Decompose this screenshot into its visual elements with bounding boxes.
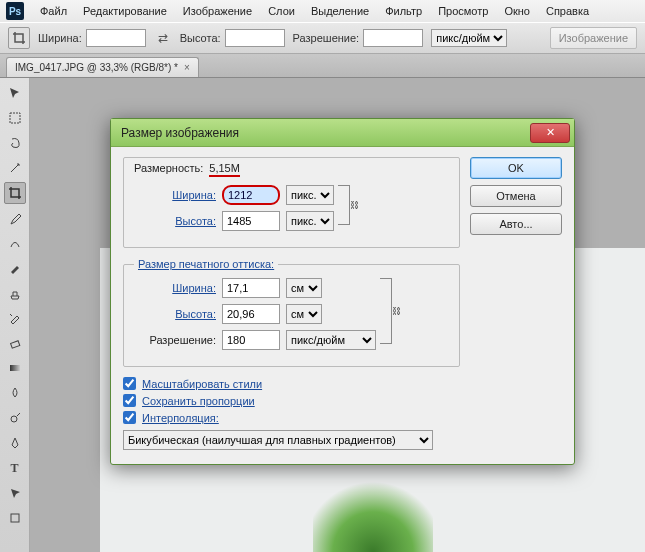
menu-select[interactable]: Выделение (303, 5, 377, 17)
path-selection-tool-icon[interactable] (4, 482, 26, 504)
constrain-link-icon[interactable]: ⛓ (350, 200, 359, 210)
lasso-tool-icon[interactable] (4, 132, 26, 154)
menu-bar: Ps Файл Редактирование Изображение Слои … (0, 0, 645, 22)
print-height-unit-select[interactable]: см (286, 304, 322, 324)
move-tool-icon[interactable] (4, 82, 26, 104)
menu-filter[interactable]: Фильтр (377, 5, 430, 17)
clone-stamp-tool-icon[interactable] (4, 282, 26, 304)
pixel-height-unit-select[interactable]: пикс. (286, 211, 334, 231)
opt-image-button[interactable]: Изображение (550, 27, 637, 49)
document-tab-label: IMG_0417.JPG @ 33,3% (RGB/8*) * (15, 62, 178, 73)
crop-tool-preset-icon[interactable] (8, 27, 30, 49)
print-width-input[interactable] (222, 278, 280, 298)
cancel-button[interactable]: Отмена (470, 185, 562, 207)
document-tab[interactable]: IMG_0417.JPG @ 33,3% (RGB/8*) * × (6, 57, 199, 77)
opt-width-label: Ширина: (38, 29, 146, 47)
constrain-link-icon[interactable]: ⛓ (392, 306, 401, 316)
opt-resolution-input[interactable] (363, 29, 423, 47)
print-size-legend: Размер печатного оттиска: (134, 258, 278, 270)
healing-brush-tool-icon[interactable] (4, 232, 26, 254)
resample-label: Интерполяция: (142, 412, 219, 424)
options-bar: Ширина: ⇄ Высота: Разрешение: пикс/дюйм … (0, 22, 645, 54)
resolution-unit-select[interactable]: пикс/дюйм (286, 330, 376, 350)
dodge-tool-icon[interactable] (4, 407, 26, 429)
print-width-label: Ширина: (134, 282, 216, 294)
print-height-input[interactable] (222, 304, 280, 324)
svg-rect-0 (10, 113, 20, 123)
menu-help[interactable]: Справка (538, 5, 597, 17)
marquee-tool-icon[interactable] (4, 107, 26, 129)
svg-point-3 (11, 416, 17, 422)
pixel-width-unit-select[interactable]: пикс. (286, 185, 334, 205)
rectangle-tool-icon[interactable] (4, 507, 26, 529)
ok-button[interactable]: OK (470, 157, 562, 179)
eraser-tool-icon[interactable] (4, 332, 26, 354)
pixel-width-label: Ширина: (134, 189, 216, 201)
crop-tool-icon[interactable] (4, 182, 26, 204)
close-tab-icon[interactable]: × (184, 62, 190, 73)
pixel-dimensions-fieldset: Размерность: 5,15M Ширина: пикс. Высота: (123, 157, 460, 248)
opt-width-input[interactable] (86, 29, 146, 47)
eyedropper-tool-icon[interactable] (4, 207, 26, 229)
photo-content (313, 472, 433, 552)
history-brush-tool-icon[interactable] (4, 307, 26, 329)
app-icon: Ps (6, 2, 24, 20)
pixel-dimensions-size: 5,15M (209, 162, 240, 177)
opt-resolution-unit-select[interactable]: пикс/дюйм (431, 29, 507, 47)
print-size-fieldset: Размер печатного оттиска: Ширина: см Выс… (123, 258, 460, 367)
type-tool-icon[interactable]: T (4, 457, 26, 479)
pixel-height-input[interactable] (222, 211, 280, 231)
blur-tool-icon[interactable] (4, 382, 26, 404)
opt-resolution-label: Разрешение: (293, 29, 424, 47)
pixel-dimensions-label: Размерность: (134, 162, 203, 177)
toolbox: T (0, 78, 30, 552)
dialog-close-button[interactable]: ✕ (530, 123, 570, 143)
menu-file[interactable]: Файл (32, 5, 75, 17)
constrain-proportions-label: Сохранить пропорции (142, 395, 255, 407)
gradient-tool-icon[interactable] (4, 357, 26, 379)
svg-rect-1 (10, 341, 19, 348)
interpolation-method-select[interactable]: Бикубическая (наилучшая для плавных град… (123, 430, 433, 450)
auto-button[interactable]: Авто... (470, 213, 562, 235)
dialog-title: Размер изображения (121, 126, 530, 140)
document-tab-bar: IMG_0417.JPG @ 33,3% (RGB/8*) * × (0, 54, 645, 78)
menu-edit[interactable]: Редактирование (75, 5, 175, 17)
menu-layers[interactable]: Слои (260, 5, 303, 17)
svg-rect-2 (10, 365, 20, 371)
menu-image[interactable]: Изображение (175, 5, 260, 17)
link-bracket: ⛓ (380, 278, 392, 344)
dialog-titlebar[interactable]: Размер изображения ✕ (111, 119, 574, 147)
scale-styles-checkbox[interactable] (123, 377, 136, 390)
link-bracket: ⛓ (338, 185, 350, 225)
svg-rect-4 (11, 514, 19, 522)
resample-checkbox[interactable] (123, 411, 136, 424)
menu-window[interactable]: Окно (496, 5, 538, 17)
menu-view[interactable]: Просмотр (430, 5, 496, 17)
opt-height-label: Высота: (180, 29, 285, 47)
print-height-label: Высота: (134, 308, 216, 320)
image-size-dialog: Размер изображения ✕ Размерность: 5,15M … (110, 118, 575, 465)
brush-tool-icon[interactable] (4, 257, 26, 279)
constrain-proportions-checkbox[interactable] (123, 394, 136, 407)
print-width-unit-select[interactable]: см (286, 278, 322, 298)
opt-height-input[interactable] (225, 29, 285, 47)
swap-dimensions-icon[interactable]: ⇄ (154, 31, 172, 45)
resolution-label: Разрешение: (134, 334, 216, 346)
pixel-width-input[interactable] (222, 185, 280, 205)
resolution-input[interactable] (222, 330, 280, 350)
scale-styles-label: Масштабировать стили (142, 378, 262, 390)
magic-wand-tool-icon[interactable] (4, 157, 26, 179)
pen-tool-icon[interactable] (4, 432, 26, 454)
pixel-height-label: Высота: (134, 215, 216, 227)
